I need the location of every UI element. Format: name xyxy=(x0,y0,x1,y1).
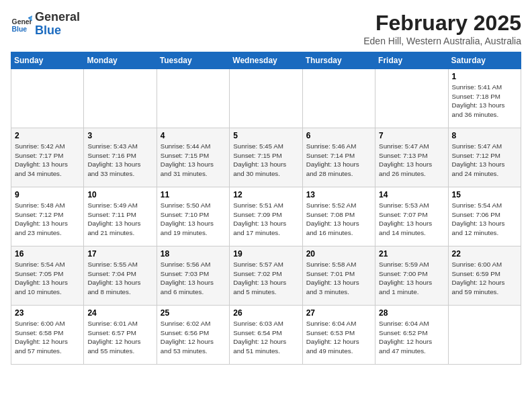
day-cell-11: 11Sunrise: 5:50 AM Sunset: 7:10 PM Dayli… xyxy=(157,187,229,246)
empty-cell xyxy=(230,69,302,128)
day-cell-2: 2Sunrise: 5:42 AM Sunset: 7:17 PM Daylig… xyxy=(11,128,84,187)
day-number: 22 xyxy=(452,249,517,259)
day-number: 16 xyxy=(15,249,80,259)
calendar-table: SundayMondayTuesdayWednesdayThursdayFrid… xyxy=(11,52,521,365)
day-cell-26: 26Sunrise: 6:03 AM Sunset: 6:54 PM Dayli… xyxy=(230,306,302,365)
day-number: 27 xyxy=(306,308,371,318)
day-cell-15: 15Sunrise: 5:54 AM Sunset: 7:06 PM Dayli… xyxy=(448,187,521,246)
day-number: 19 xyxy=(233,249,298,259)
page-header: General Blue General Blue February 2025 … xyxy=(11,11,521,46)
header-friday: Friday xyxy=(375,52,448,69)
logo-text: General Blue xyxy=(35,11,80,38)
week-row-5: 23Sunrise: 6:00 AM Sunset: 6:58 PM Dayli… xyxy=(11,306,521,365)
day-cell-23: 23Sunrise: 6:00 AM Sunset: 6:58 PM Dayli… xyxy=(11,306,84,365)
day-cell-5: 5Sunrise: 5:45 AM Sunset: 7:15 PM Daylig… xyxy=(230,128,302,187)
day-info: Sunrise: 5:50 AM Sunset: 7:10 PM Dayligh… xyxy=(161,201,226,238)
day-number: 15 xyxy=(452,190,517,199)
week-row-4: 16Sunrise: 5:54 AM Sunset: 7:05 PM Dayli… xyxy=(11,246,521,306)
week-row-3: 9Sunrise: 5:48 AM Sunset: 7:12 PM Daylig… xyxy=(11,187,521,246)
day-cell-19: 19Sunrise: 5:57 AM Sunset: 7:02 PM Dayli… xyxy=(230,246,302,306)
day-info: Sunrise: 5:46 AM Sunset: 7:14 PM Dayligh… xyxy=(306,142,371,179)
day-info: Sunrise: 5:56 AM Sunset: 7:03 PM Dayligh… xyxy=(161,260,226,297)
day-number: 20 xyxy=(306,249,371,259)
header-wednesday: Wednesday xyxy=(230,52,302,69)
day-info: Sunrise: 6:04 AM Sunset: 6:53 PM Dayligh… xyxy=(306,319,371,356)
day-info: Sunrise: 5:57 AM Sunset: 7:02 PM Dayligh… xyxy=(233,260,298,297)
day-info: Sunrise: 5:43 AM Sunset: 7:16 PM Dayligh… xyxy=(87,142,152,179)
day-number: 4 xyxy=(161,131,226,140)
day-info: Sunrise: 6:04 AM Sunset: 6:52 PM Dayligh… xyxy=(379,319,444,356)
day-info: Sunrise: 5:58 AM Sunset: 7:01 PM Dayligh… xyxy=(306,260,371,297)
day-cell-20: 20Sunrise: 5:58 AM Sunset: 7:01 PM Dayli… xyxy=(302,246,375,306)
day-cell-27: 27Sunrise: 6:04 AM Sunset: 6:53 PM Dayli… xyxy=(302,306,375,365)
day-cell-25: 25Sunrise: 6:02 AM Sunset: 6:56 PM Dayli… xyxy=(157,306,229,365)
empty-cell xyxy=(302,69,375,128)
day-number: 9 xyxy=(15,190,80,199)
day-cell-18: 18Sunrise: 5:56 AM Sunset: 7:03 PM Dayli… xyxy=(157,246,229,306)
day-info: Sunrise: 6:00 AM Sunset: 6:59 PM Dayligh… xyxy=(452,260,517,297)
day-info: Sunrise: 5:44 AM Sunset: 7:15 PM Dayligh… xyxy=(161,142,226,179)
day-number: 6 xyxy=(306,131,371,140)
calendar-body: 1Sunrise: 5:41 AM Sunset: 7:18 PM Daylig… xyxy=(11,69,521,365)
day-cell-12: 12Sunrise: 5:51 AM Sunset: 7:09 PM Dayli… xyxy=(230,187,302,246)
day-info: Sunrise: 5:51 AM Sunset: 7:09 PM Dayligh… xyxy=(233,201,298,238)
day-cell-24: 24Sunrise: 6:01 AM Sunset: 6:57 PM Dayli… xyxy=(84,306,157,365)
day-info: Sunrise: 5:54 AM Sunset: 7:06 PM Dayligh… xyxy=(452,201,517,238)
week-row-2: 2Sunrise: 5:42 AM Sunset: 7:17 PM Daylig… xyxy=(11,128,521,187)
day-cell-28: 28Sunrise: 6:04 AM Sunset: 6:52 PM Dayli… xyxy=(375,306,448,365)
day-info: Sunrise: 5:59 AM Sunset: 7:00 PM Dayligh… xyxy=(379,260,444,297)
day-cell-1: 1Sunrise: 5:41 AM Sunset: 7:18 PM Daylig… xyxy=(448,69,521,128)
header-saturday: Saturday xyxy=(448,52,521,69)
day-number: 5 xyxy=(233,131,298,140)
day-number: 21 xyxy=(379,249,444,259)
empty-cell xyxy=(375,69,448,128)
day-cell-22: 22Sunrise: 6:00 AM Sunset: 6:59 PM Dayli… xyxy=(448,246,521,306)
empty-cell xyxy=(157,69,229,128)
day-number: 2 xyxy=(15,131,80,140)
day-info: Sunrise: 5:47 AM Sunset: 7:12 PM Dayligh… xyxy=(452,142,517,179)
header-row: SundayMondayTuesdayWednesdayThursdayFrid… xyxy=(11,52,521,69)
day-cell-10: 10Sunrise: 5:49 AM Sunset: 7:11 PM Dayli… xyxy=(84,187,157,246)
week-row-1: 1Sunrise: 5:41 AM Sunset: 7:18 PM Daylig… xyxy=(11,69,521,128)
day-cell-17: 17Sunrise: 5:55 AM Sunset: 7:04 PM Dayli… xyxy=(84,246,157,306)
day-info: Sunrise: 5:42 AM Sunset: 7:17 PM Dayligh… xyxy=(15,142,80,179)
day-number: 8 xyxy=(452,131,517,140)
day-info: Sunrise: 5:52 AM Sunset: 7:08 PM Dayligh… xyxy=(306,201,371,238)
logo-general: General xyxy=(35,10,80,24)
header-thursday: Thursday xyxy=(302,52,375,69)
empty-cell xyxy=(448,306,521,365)
day-cell-9: 9Sunrise: 5:48 AM Sunset: 7:12 PM Daylig… xyxy=(11,187,84,246)
day-cell-13: 13Sunrise: 5:52 AM Sunset: 7:08 PM Dayli… xyxy=(302,187,375,246)
day-number: 26 xyxy=(233,308,298,318)
title-block: February 2025 Eden Hill, Western Austral… xyxy=(363,11,521,46)
logo-icon: General Blue xyxy=(11,13,32,35)
logo-blue: Blue xyxy=(35,24,61,37)
day-cell-16: 16Sunrise: 5:54 AM Sunset: 7:05 PM Dayli… xyxy=(11,246,84,306)
svg-text:General: General xyxy=(12,18,32,26)
day-number: 12 xyxy=(233,190,298,199)
day-info: Sunrise: 5:53 AM Sunset: 7:07 PM Dayligh… xyxy=(379,201,444,238)
day-cell-14: 14Sunrise: 5:53 AM Sunset: 7:07 PM Dayli… xyxy=(375,187,448,246)
day-cell-7: 7Sunrise: 5:47 AM Sunset: 7:13 PM Daylig… xyxy=(375,128,448,187)
svg-text:Blue: Blue xyxy=(12,26,28,33)
day-number: 28 xyxy=(379,308,444,318)
day-number: 3 xyxy=(87,131,152,140)
day-number: 18 xyxy=(161,249,226,259)
header-monday: Monday xyxy=(84,52,157,69)
day-cell-3: 3Sunrise: 5:43 AM Sunset: 7:16 PM Daylig… xyxy=(84,128,157,187)
day-info: Sunrise: 6:00 AM Sunset: 6:58 PM Dayligh… xyxy=(15,319,80,356)
day-info: Sunrise: 5:54 AM Sunset: 7:05 PM Dayligh… xyxy=(15,260,80,297)
day-number: 7 xyxy=(379,131,444,140)
logo: General Blue General Blue xyxy=(11,11,80,38)
day-cell-8: 8Sunrise: 5:47 AM Sunset: 7:12 PM Daylig… xyxy=(448,128,521,187)
day-number: 10 xyxy=(87,190,152,199)
day-info: Sunrise: 5:55 AM Sunset: 7:04 PM Dayligh… xyxy=(87,260,152,297)
day-info: Sunrise: 5:41 AM Sunset: 7:18 PM Dayligh… xyxy=(452,83,517,120)
main-title: February 2025 xyxy=(363,11,521,36)
day-number: 17 xyxy=(87,249,152,259)
day-info: Sunrise: 6:03 AM Sunset: 6:54 PM Dayligh… xyxy=(233,319,298,356)
day-number: 25 xyxy=(161,308,226,318)
day-cell-21: 21Sunrise: 5:59 AM Sunset: 7:00 PM Dayli… xyxy=(375,246,448,306)
header-tuesday: Tuesday xyxy=(157,52,229,69)
day-number: 13 xyxy=(306,190,371,199)
